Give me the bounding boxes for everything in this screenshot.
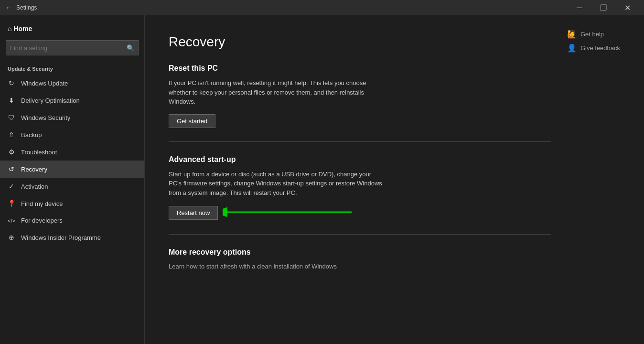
sidebar-item-label: Windows Security [21, 114, 70, 121]
title-bar: ← Settings ─ ❐ ✕ [0, 0, 644, 15]
search-input[interactable] [10, 44, 127, 52]
section-title: Update & Security [0, 61, 144, 75]
get-help-link[interactable]: 🙋 Get help [567, 30, 620, 39]
search-box[interactable]: 🔍 [6, 40, 139, 55]
search-icon: 🔍 [127, 44, 134, 52]
divider-1 [169, 141, 551, 142]
home-icon: ⌂ [8, 25, 13, 32]
reset-desc: If your PC isn't running well, resetting… [169, 78, 384, 107]
sidebar-item-label: Delivery Optimisation [21, 97, 80, 104]
sidebar-item-delivery-optimisation[interactable]: ⬇ Delivery Optimisation [0, 92, 144, 109]
main-content: 🙋 Get help 👤 Give feedback Recovery Rese… [145, 15, 644, 344]
reset-title: Reset this PC [169, 64, 620, 73]
troubleshoot-icon: ⚙ [8, 148, 15, 156]
back-button[interactable]: ← [6, 4, 11, 11]
more-recovery-section: More recovery options Learn how to start… [169, 248, 620, 270]
get-help-icon: 🙋 [567, 30, 577, 39]
sidebar-item-windows-update[interactable]: ↻ Windows Update [0, 75, 144, 92]
recovery-icon: ↺ [8, 165, 15, 173]
sidebar-item-activation[interactable]: ✓ Activation [0, 178, 144, 195]
green-arrow-annotation [223, 205, 361, 221]
more-recovery-title: More recovery options [169, 248, 620, 257]
sidebar-item-backup[interactable]: ⇧ Backup [0, 126, 144, 143]
window-title: Settings [16, 4, 569, 11]
restart-button-container: Restart now [169, 205, 361, 221]
app-body: ⌂ Home 🔍 Update & Security ↻ Windows Upd… [0, 15, 644, 344]
give-feedback-icon: 👤 [567, 43, 577, 53]
get-started-button[interactable]: Get started [169, 114, 215, 128]
home-label: Home [13, 25, 32, 32]
sidebar-item-troubleshoot[interactable]: ⚙ Troubleshoot [0, 143, 144, 161]
reset-section: Reset this PC If your PC isn't running w… [169, 64, 620, 128]
sidebar-item-label: Windows Insider Programme [21, 234, 101, 241]
page-title: Recovery [169, 34, 620, 50]
windows-insider-icon: ⊕ [8, 234, 15, 241]
divider-2 [169, 234, 551, 235]
delivery-optimisation-icon: ⬇ [8, 97, 15, 104]
sidebar-item-label: Troubleshoot [21, 149, 57, 156]
advanced-startup-section: Advanced start-up Start up from a device… [169, 155, 620, 221]
maximize-button[interactable]: ❐ [592, 0, 614, 15]
sidebar-home[interactable]: ⌂ Home [0, 15, 144, 36]
sidebar-item-windows-security[interactable]: 🛡 Windows Security [0, 109, 144, 126]
windows-update-icon: ↻ [8, 79, 15, 87]
clean-install-link[interactable]: Learn how to start afresh with a clean i… [169, 263, 337, 270]
give-feedback-link[interactable]: 👤 Give feedback [567, 43, 620, 53]
sidebar-item-label: Find my device [21, 200, 63, 207]
for-developers-icon: </> [8, 218, 15, 224]
sidebar-item-find-my-device[interactable]: 📍 Find my device [0, 195, 144, 212]
help-links: 🙋 Get help 👤 Give feedback [567, 30, 620, 53]
close-button[interactable]: ✕ [616, 0, 638, 15]
advanced-startup-title: Advanced start-up [169, 155, 620, 164]
sidebar-item-label: Backup [21, 131, 42, 139]
sidebar-item-label: Recovery [21, 166, 47, 173]
sidebar-item-label: Activation [21, 183, 48, 190]
minimize-button[interactable]: ─ [569, 0, 590, 15]
sidebar-item-label: Windows Update [21, 80, 68, 87]
windows-security-icon: 🛡 [8, 114, 15, 121]
window-controls: ─ ❐ ✕ [569, 0, 638, 15]
give-feedback-label: Give feedback [580, 44, 620, 52]
advanced-startup-desc: Start up from a device or disc (such as … [169, 170, 384, 198]
restart-now-button[interactable]: Restart now [169, 206, 218, 220]
activation-icon: ✓ [8, 183, 15, 190]
get-help-label: Get help [580, 31, 604, 38]
sidebar: ⌂ Home 🔍 Update & Security ↻ Windows Upd… [0, 15, 145, 344]
sidebar-item-for-developers[interactable]: </> For developers [0, 212, 144, 229]
sidebar-item-label: For developers [21, 217, 63, 224]
sidebar-item-windows-insider[interactable]: ⊕ Windows Insider Programme [0, 229, 144, 246]
backup-icon: ⇧ [8, 131, 15, 139]
find-my-device-icon: 📍 [8, 200, 15, 207]
sidebar-item-recovery[interactable]: ↺ Recovery [0, 161, 144, 178]
